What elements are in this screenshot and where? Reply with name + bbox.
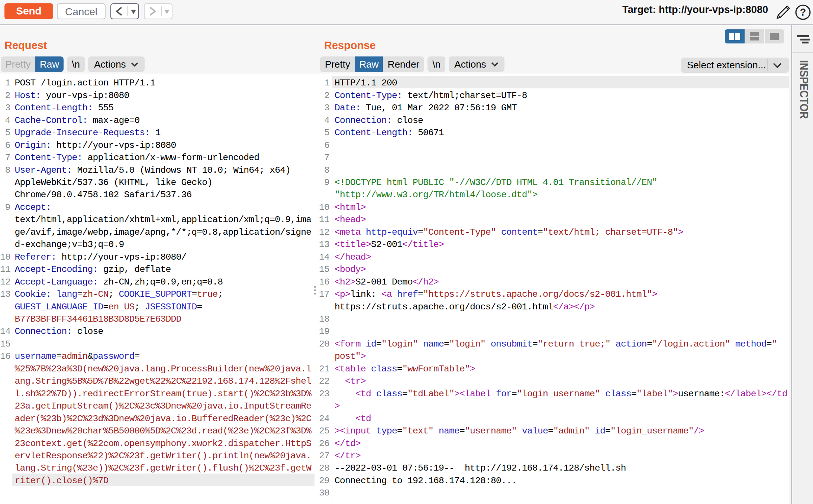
svg-text:?: ? <box>800 7 806 18</box>
